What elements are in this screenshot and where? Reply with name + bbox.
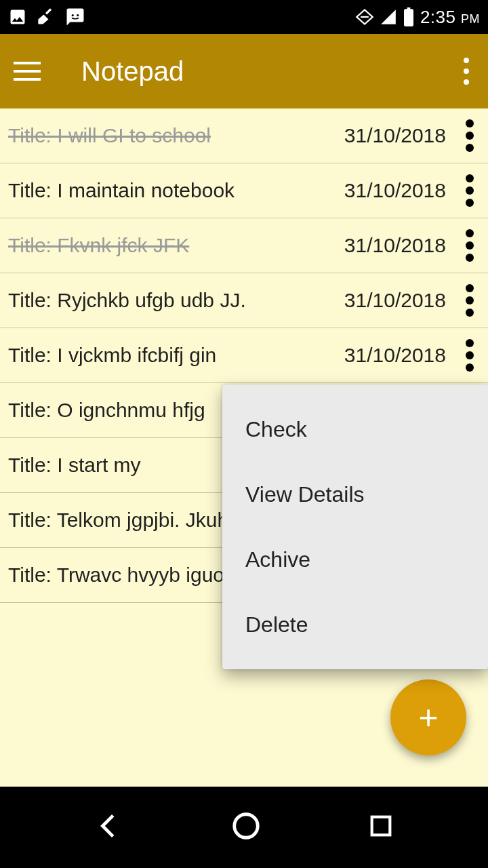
recents-icon[interactable] <box>367 812 394 842</box>
svg-point-2 <box>235 814 258 838</box>
wifi-icon <box>355 7 374 26</box>
signal-icon <box>380 8 397 26</box>
plus-icon: + <box>418 701 438 734</box>
context-menu: Check View Details Achive Delete <box>222 384 488 669</box>
navigation-bar <box>0 787 488 868</box>
image-icon <box>8 7 27 26</box>
menu-delete[interactable]: Delete <box>222 592 488 657</box>
note-row[interactable]: Title: I vjckmb ifcbifj gin 31/10/2018 <box>0 328 488 383</box>
note-date: 31/10/2018 <box>344 179 446 202</box>
more-vert-icon[interactable] <box>460 174 480 207</box>
more-vert-icon[interactable] <box>460 284 480 317</box>
note-date: 31/10/2018 <box>344 344 446 367</box>
broom-icon <box>37 7 56 26</box>
note-date: 31/10/2018 <box>344 234 446 257</box>
note-row[interactable]: Title: I will GI to school 31/10/2018 <box>0 108 488 163</box>
note-title: Title: I maintain notebook <box>8 179 344 202</box>
status-bar: 2:35 PM <box>0 0 488 34</box>
note-row[interactable]: Title: I maintain notebook 31/10/2018 <box>0 163 488 218</box>
status-left <box>8 7 85 27</box>
message-icon <box>65 7 85 27</box>
svg-point-1 <box>77 14 79 16</box>
add-note-fab[interactable]: + <box>390 679 466 755</box>
note-title: Title: Ryjchkb ufgb udb JJ. <box>8 289 344 312</box>
more-vert-icon[interactable] <box>460 339 480 372</box>
note-row[interactable]: Title: Ryjchkb ufgb udb JJ. 31/10/2018 <box>0 273 488 328</box>
note-title: Title: Fkvnk jfck JFK <box>8 234 344 257</box>
status-time: 2:35 PM <box>420 7 480 28</box>
more-vert-icon[interactable] <box>460 119 480 152</box>
battery-icon <box>403 7 415 26</box>
note-date: 31/10/2018 <box>344 124 446 147</box>
note-title: Title: I will GI to school <box>8 124 344 147</box>
menu-view-details[interactable]: View Details <box>222 462 488 527</box>
hamburger-icon[interactable] <box>14 58 41 85</box>
home-icon[interactable] <box>230 810 262 844</box>
svg-point-0 <box>72 14 74 16</box>
note-title: Title: I vjckmb ifcbifj gin <box>8 344 344 367</box>
note-date: 31/10/2018 <box>344 289 446 312</box>
back-icon[interactable] <box>94 810 125 844</box>
menu-archive[interactable]: Achive <box>222 527 488 592</box>
app-title: Notepad <box>81 56 184 87</box>
app-bar: Notepad <box>0 34 488 108</box>
status-right: 2:35 PM <box>355 7 480 28</box>
more-vert-icon[interactable] <box>460 229 480 262</box>
svg-rect-3 <box>372 817 390 835</box>
note-row[interactable]: Title: Fkvnk jfck JFK 31/10/2018 <box>0 218 488 273</box>
overflow-menu-icon[interactable] <box>464 58 469 85</box>
menu-check[interactable]: Check <box>222 397 488 462</box>
